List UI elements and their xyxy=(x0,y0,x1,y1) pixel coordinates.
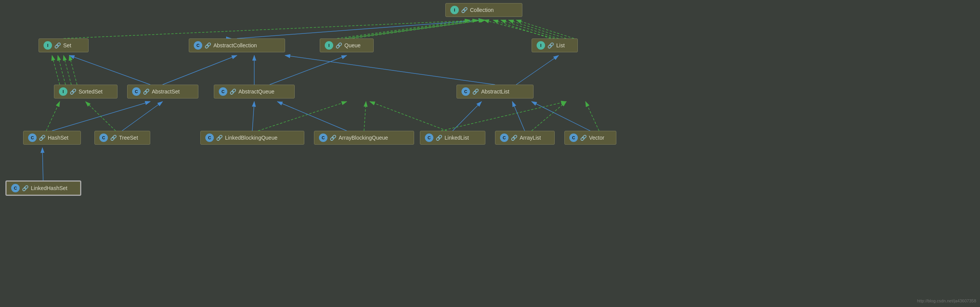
label-list: List xyxy=(556,42,565,48)
watermark: http://blog.csdn.net/ja43607358 xyxy=(917,299,976,303)
link-icon-tree-set: 🔗 xyxy=(110,135,117,141)
label-array-list: ArrayList xyxy=(520,135,541,141)
node-tree-set[interactable]: C 🔗 TreeSet xyxy=(94,131,150,145)
svg-line-37 xyxy=(501,20,559,38)
node-abstract-queue[interactable]: C 🔗 AbstractQueue xyxy=(214,85,295,98)
link-icon-list: 🔗 xyxy=(547,42,554,48)
link-icon-sorted-set: 🔗 xyxy=(70,88,76,95)
node-linked-blocking-queue[interactable]: C 🔗 LinkedBlockingQueue xyxy=(200,131,304,145)
svg-line-4 xyxy=(347,20,484,38)
svg-line-14 xyxy=(270,55,347,85)
svg-line-39 xyxy=(516,20,574,38)
link-icon-abstract-queue: 🔗 xyxy=(230,88,236,95)
node-array-blocking-queue[interactable]: C 🔗 ArrayBlockingQueue xyxy=(314,131,414,145)
svg-line-32 xyxy=(42,148,43,181)
svg-line-9 xyxy=(69,55,77,85)
svg-line-8 xyxy=(64,55,71,85)
icon-set: I xyxy=(44,41,52,50)
label-abstract-collection: AbstractCollection xyxy=(213,42,257,48)
svg-line-38 xyxy=(508,20,566,38)
svg-line-24 xyxy=(364,102,366,131)
svg-line-16 xyxy=(516,55,559,85)
icon-array-list: C xyxy=(500,133,508,142)
svg-line-3 xyxy=(237,20,484,38)
svg-line-28 xyxy=(512,102,525,131)
svg-line-31 xyxy=(586,102,599,131)
link-icon-hash-set: 🔗 xyxy=(39,135,45,141)
label-hash-set: HashSet xyxy=(48,135,69,141)
icon-linked-blocking-queue: C xyxy=(205,133,214,142)
link-icon-linked-blocking-queue: 🔗 xyxy=(216,135,223,141)
icon-vector: C xyxy=(569,133,578,142)
svg-line-34 xyxy=(345,20,478,38)
node-vector[interactable]: C 🔗 Vector xyxy=(564,131,616,145)
svg-line-21 xyxy=(252,102,254,131)
node-abstract-set[interactable]: C 🔗 AbstractSet xyxy=(127,85,198,98)
label-collection: Collection xyxy=(470,7,493,13)
label-array-blocking-queue: ArrayBlockingQueue xyxy=(339,135,388,141)
svg-line-23 xyxy=(277,102,347,131)
node-sorted-set[interactable]: I 🔗 SortedSet xyxy=(54,85,117,98)
node-abstract-list[interactable]: C 🔗 AbstractList xyxy=(456,85,534,98)
node-queue[interactable]: I 🔗 Queue xyxy=(320,38,374,52)
connectors-svg xyxy=(0,0,980,307)
node-hash-set[interactable]: C 🔗 HashSet xyxy=(23,131,81,145)
icon-abstract-queue: C xyxy=(219,87,227,96)
svg-line-5 xyxy=(484,20,555,38)
link-icon-queue: 🔗 xyxy=(336,42,342,48)
label-abstract-queue: AbstractQueue xyxy=(238,88,274,95)
link-icon-collection: 🔗 xyxy=(461,7,468,13)
node-list[interactable]: I 🔗 List xyxy=(532,38,578,52)
icon-array-blocking-queue: C xyxy=(319,133,327,142)
svg-line-18 xyxy=(46,102,60,131)
svg-line-15 xyxy=(285,55,495,85)
svg-line-36 xyxy=(493,20,551,38)
svg-line-7 xyxy=(58,55,65,85)
icon-sorted-set: I xyxy=(59,87,67,96)
diagram-container: I 🔗 Collection I 🔗 Set C 🔗 AbstractColle… xyxy=(0,0,980,307)
svg-line-25 xyxy=(453,102,482,131)
svg-line-33 xyxy=(337,20,470,38)
label-linked-hash-set: LinkedHashSet xyxy=(31,185,67,191)
icon-tree-set: C xyxy=(99,133,108,142)
label-queue: Queue xyxy=(344,42,361,48)
icon-abstract-set: C xyxy=(132,87,141,96)
label-abstract-set: AbstractSet xyxy=(152,88,180,95)
label-sorted-set: SortedSet xyxy=(79,88,102,95)
link-icon-abstract-list: 🔗 xyxy=(472,88,479,95)
link-icon-vector: 🔗 xyxy=(580,135,587,141)
link-icon-set: 🔗 xyxy=(54,42,61,48)
link-icon-array-list: 🔗 xyxy=(511,135,517,141)
icon-abstract-list: C xyxy=(461,87,470,96)
svg-line-6 xyxy=(52,55,60,85)
icon-linked-list: C xyxy=(425,133,433,142)
label-set: Set xyxy=(63,42,71,48)
label-linked-blocking-queue: LinkedBlockingQueue xyxy=(225,135,277,141)
node-array-list[interactable]: C 🔗 ArrayList xyxy=(495,131,555,145)
icon-list: I xyxy=(537,41,545,50)
node-abstract-collection[interactable]: C 🔗 AbstractCollection xyxy=(189,38,285,52)
link-icon-abstract-set: 🔗 xyxy=(143,88,149,95)
link-icon-array-blocking-queue: 🔗 xyxy=(330,135,336,141)
node-linked-hash-set[interactable]: C 🔗 LinkedHashSet xyxy=(6,181,81,195)
svg-line-2 xyxy=(64,20,484,38)
label-linked-list: LinkedList xyxy=(445,135,469,141)
label-abstract-list: AbstractList xyxy=(481,88,509,95)
icon-linked-hash-set: C xyxy=(11,184,20,192)
svg-line-22 xyxy=(258,102,347,131)
icon-abstract-collection: C xyxy=(194,41,202,50)
node-collection[interactable]: I 🔗 Collection xyxy=(445,3,522,17)
node-linked-list[interactable]: C 🔗 LinkedList xyxy=(420,131,485,145)
svg-line-26 xyxy=(370,102,447,131)
node-set[interactable]: I 🔗 Set xyxy=(39,38,89,52)
icon-queue: I xyxy=(325,41,333,50)
svg-line-27 xyxy=(441,102,566,131)
svg-line-17 xyxy=(52,102,150,131)
svg-line-35 xyxy=(352,20,485,38)
svg-line-30 xyxy=(532,102,590,131)
label-tree-set: TreeSet xyxy=(119,135,138,141)
icon-hash-set: C xyxy=(28,133,37,142)
link-icon-abstract-collection: 🔗 xyxy=(205,42,211,48)
link-icon-linked-list: 🔗 xyxy=(436,135,442,141)
svg-line-11 xyxy=(69,55,150,85)
